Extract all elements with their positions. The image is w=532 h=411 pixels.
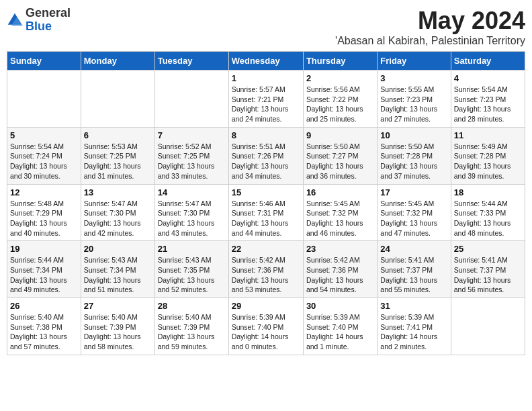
calendar-cell: 3 Sunrise: 5:55 AM Sunset: 7:23 PM Dayli… — [378, 71, 451, 128]
logo: General Blue — [7, 7, 71, 34]
calendar-cell: 24 Sunrise: 5:41 AM Sunset: 7:37 PM Dayl… — [378, 241, 451, 298]
calendar-cell: 5 Sunrise: 5:54 AM Sunset: 7:24 PM Dayli… — [7, 127, 81, 184]
month-title: May 2024 — [335, 7, 525, 35]
day-info: Sunrise: 5:50 AM Sunset: 7:28 PM Dayligh… — [380, 142, 447, 181]
week-row-4: 19 Sunrise: 5:44 AM Sunset: 7:34 PM Dayl… — [7, 241, 525, 298]
title-block: May 2024 'Abasan al Kabirah, Palestinian… — [335, 7, 525, 47]
day-number: 3 — [380, 73, 447, 83]
logo-text: General Blue — [26, 7, 71, 34]
day-info: Sunrise: 5:39 AM Sunset: 7:41 PM Dayligh… — [380, 312, 447, 352]
day-info: Sunrise: 5:45 AM Sunset: 7:32 PM Dayligh… — [380, 199, 447, 238]
day-info: Sunrise: 5:43 AM Sunset: 7:34 PM Dayligh… — [84, 255, 152, 295]
day-info: Sunrise: 5:44 AM Sunset: 7:33 PM Dayligh… — [454, 199, 522, 238]
day-info: Sunrise: 5:53 AM Sunset: 7:25 PM Dayligh… — [84, 142, 152, 181]
day-number: 8 — [232, 130, 300, 140]
calendar-cell: 14 Sunrise: 5:47 AM Sunset: 7:30 PM Dayl… — [154, 184, 228, 241]
calendar-cell: 11 Sunrise: 5:49 AM Sunset: 7:28 PM Dayl… — [451, 127, 525, 184]
calendar-cell: 8 Sunrise: 5:51 AM Sunset: 7:26 PM Dayli… — [228, 127, 303, 184]
calendar-cell: 21 Sunrise: 5:43 AM Sunset: 7:35 PM Dayl… — [154, 241, 228, 298]
calendar-cell: 22 Sunrise: 5:42 AM Sunset: 7:36 PM Dayl… — [228, 241, 303, 298]
calendar-table: SundayMondayTuesdayWednesdayThursdayFrid… — [7, 51, 525, 355]
day-number: 10 — [380, 130, 447, 140]
calendar-cell: 23 Sunrise: 5:42 AM Sunset: 7:36 PM Dayl… — [303, 241, 377, 298]
calendar-cell: 18 Sunrise: 5:44 AM Sunset: 7:33 PM Dayl… — [451, 184, 525, 241]
day-info: Sunrise: 5:54 AM Sunset: 7:23 PM Dayligh… — [454, 85, 522, 124]
day-info: Sunrise: 5:39 AM Sunset: 7:40 PM Dayligh… — [232, 312, 300, 352]
weekday-header-thursday: Thursday — [303, 52, 377, 71]
day-number: 14 — [158, 187, 226, 197]
calendar-cell: 7 Sunrise: 5:52 AM Sunset: 7:25 PM Dayli… — [154, 127, 228, 184]
calendar-cell — [154, 71, 228, 128]
day-info: Sunrise: 5:57 AM Sunset: 7:21 PM Dayligh… — [232, 85, 300, 124]
day-info: Sunrise: 5:52 AM Sunset: 7:25 PM Dayligh… — [158, 142, 226, 181]
day-number: 20 — [84, 244, 152, 254]
calendar-cell: 26 Sunrise: 5:40 AM Sunset: 7:38 PM Dayl… — [7, 298, 81, 355]
calendar-cell: 29 Sunrise: 5:39 AM Sunset: 7:40 PM Dayl… — [228, 298, 303, 355]
day-number: 5 — [10, 130, 78, 140]
day-number: 9 — [306, 130, 374, 140]
day-number: 18 — [454, 187, 522, 197]
day-info: Sunrise: 5:45 AM Sunset: 7:32 PM Dayligh… — [306, 199, 374, 238]
day-info: Sunrise: 5:55 AM Sunset: 7:23 PM Dayligh… — [380, 85, 447, 124]
week-row-3: 12 Sunrise: 5:48 AM Sunset: 7:29 PM Dayl… — [7, 184, 525, 241]
calendar-cell: 19 Sunrise: 5:44 AM Sunset: 7:34 PM Dayl… — [7, 241, 81, 298]
calendar-cell: 12 Sunrise: 5:48 AM Sunset: 7:29 PM Dayl… — [7, 184, 81, 241]
day-info: Sunrise: 5:50 AM Sunset: 7:27 PM Dayligh… — [306, 142, 374, 181]
calendar-cell: 1 Sunrise: 5:57 AM Sunset: 7:21 PM Dayli… — [228, 71, 303, 128]
day-number: 31 — [380, 301, 447, 311]
week-row-2: 5 Sunrise: 5:54 AM Sunset: 7:24 PM Dayli… — [7, 127, 525, 184]
day-number: 19 — [10, 244, 78, 254]
day-number: 13 — [84, 187, 152, 197]
day-number: 15 — [232, 187, 300, 197]
calendar-cell: 10 Sunrise: 5:50 AM Sunset: 7:28 PM Dayl… — [378, 127, 451, 184]
day-number: 21 — [158, 244, 226, 254]
day-info: Sunrise: 5:39 AM Sunset: 7:40 PM Dayligh… — [306, 312, 374, 352]
day-info: Sunrise: 5:51 AM Sunset: 7:26 PM Dayligh… — [232, 142, 300, 181]
day-info: Sunrise: 5:40 AM Sunset: 7:38 PM Dayligh… — [10, 312, 78, 352]
day-number: 17 — [380, 187, 447, 197]
calendar-cell: 25 Sunrise: 5:41 AM Sunset: 7:37 PM Dayl… — [451, 241, 525, 298]
day-number: 6 — [84, 130, 152, 140]
calendar-cell: 16 Sunrise: 5:45 AM Sunset: 7:32 PM Dayl… — [303, 184, 377, 241]
calendar-cell: 17 Sunrise: 5:45 AM Sunset: 7:32 PM Dayl… — [378, 184, 451, 241]
day-number: 16 — [306, 187, 374, 197]
day-number: 28 — [158, 301, 226, 311]
day-number: 24 — [380, 244, 447, 254]
weekday-header-friday: Friday — [378, 52, 451, 71]
page-header: General Blue May 2024 'Abasan al Kabirah… — [7, 7, 525, 47]
calendar-cell: 9 Sunrise: 5:50 AM Sunset: 7:27 PM Dayli… — [303, 127, 377, 184]
calendar-cell: 15 Sunrise: 5:46 AM Sunset: 7:31 PM Dayl… — [228, 184, 303, 241]
day-info: Sunrise: 5:42 AM Sunset: 7:36 PM Dayligh… — [232, 255, 300, 295]
day-info: Sunrise: 5:42 AM Sunset: 7:36 PM Dayligh… — [306, 255, 374, 295]
weekday-header-wednesday: Wednesday — [228, 52, 303, 71]
calendar-cell: 13 Sunrise: 5:47 AM Sunset: 7:30 PM Dayl… — [81, 184, 154, 241]
calendar-cell: 28 Sunrise: 5:40 AM Sunset: 7:39 PM Dayl… — [154, 298, 228, 355]
day-number: 2 — [306, 73, 374, 83]
day-number: 11 — [454, 130, 522, 140]
weekday-header-tuesday: Tuesday — [154, 52, 228, 71]
day-info: Sunrise: 5:47 AM Sunset: 7:30 PM Dayligh… — [158, 199, 226, 238]
calendar-cell: 27 Sunrise: 5:40 AM Sunset: 7:39 PM Dayl… — [81, 298, 154, 355]
day-number: 26 — [10, 301, 78, 311]
logo-icon — [7, 12, 23, 28]
day-info: Sunrise: 5:48 AM Sunset: 7:29 PM Dayligh… — [10, 199, 78, 238]
weekday-header-saturday: Saturday — [451, 52, 525, 71]
day-number: 4 — [454, 73, 522, 83]
day-info: Sunrise: 5:54 AM Sunset: 7:24 PM Dayligh… — [10, 142, 78, 181]
week-row-1: 1 Sunrise: 5:57 AM Sunset: 7:21 PM Dayli… — [7, 71, 525, 128]
weekday-header-row: SundayMondayTuesdayWednesdayThursdayFrid… — [7, 52, 525, 71]
day-info: Sunrise: 5:43 AM Sunset: 7:35 PM Dayligh… — [158, 255, 226, 295]
day-number: 27 — [84, 301, 152, 311]
day-info: Sunrise: 5:40 AM Sunset: 7:39 PM Dayligh… — [158, 312, 226, 352]
day-number: 23 — [306, 244, 374, 254]
calendar-cell — [81, 71, 154, 128]
location-title: 'Abasan al Kabirah, Palestinian Territor… — [335, 35, 525, 47]
week-row-5: 26 Sunrise: 5:40 AM Sunset: 7:38 PM Dayl… — [7, 298, 525, 355]
day-info: Sunrise: 5:44 AM Sunset: 7:34 PM Dayligh… — [10, 255, 78, 295]
day-number: 29 — [232, 301, 300, 311]
weekday-header-monday: Monday — [81, 52, 154, 71]
calendar-cell — [7, 71, 81, 128]
day-info: Sunrise: 5:47 AM Sunset: 7:30 PM Dayligh… — [84, 199, 152, 238]
day-info: Sunrise: 5:41 AM Sunset: 7:37 PM Dayligh… — [380, 255, 447, 295]
day-info: Sunrise: 5:40 AM Sunset: 7:39 PM Dayligh… — [84, 312, 152, 352]
